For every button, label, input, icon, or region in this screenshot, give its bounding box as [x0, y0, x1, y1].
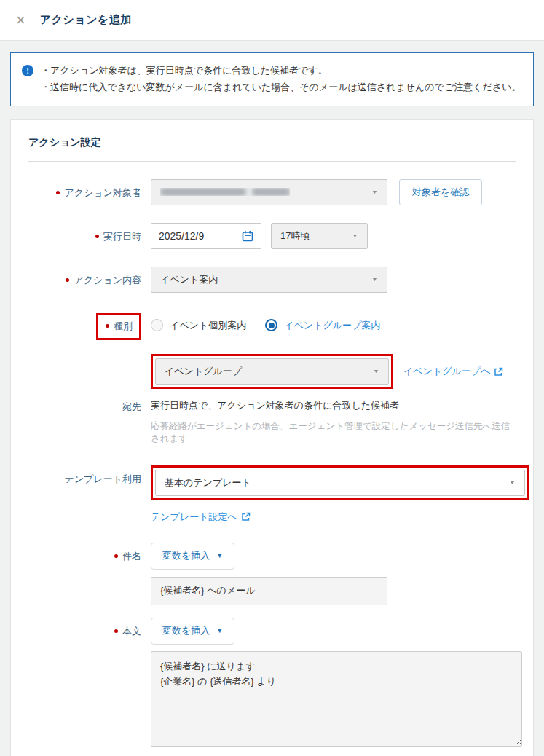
modal-title: アクションを追加 — [40, 13, 132, 27]
chevron-down-icon: ▼ — [352, 233, 358, 239]
type-radio-group: イベント個別案内 イベントグループ案内 — [151, 312, 516, 332]
time-value: 17時頃 — [280, 229, 310, 243]
notice-line: ・アクション対象者は、実行日時点で条件に合致した候補者です。 — [41, 63, 521, 79]
required-dot — [95, 235, 99, 238]
caret-down-icon: ▼ — [216, 552, 223, 559]
recipient-label: 宛先 — [28, 399, 151, 444]
chevron-down-icon: ▼ — [509, 480, 516, 486]
close-icon[interactable]: × — [16, 12, 25, 28]
modal-header: × アクションを追加 — [0, 0, 544, 41]
external-link-icon — [241, 512, 251, 521]
notice-text: ・アクション対象者は、実行日時点で条件に合致した候補者です。 ・送信時に代入でき… — [41, 63, 521, 96]
chevron-down-icon: ▼ — [373, 369, 379, 374]
date-value: 2025/12/9 — [159, 230, 204, 242]
chevron-down-icon: ▼ — [371, 277, 378, 283]
template-settings-link[interactable]: テンプレート設定へ — [151, 511, 251, 524]
external-link-icon — [494, 367, 503, 377]
field-exec-datetime: 実行日時 2025/12/9 17時頃 ▼ — [28, 223, 516, 249]
required-dot — [66, 278, 69, 282]
field-subject: 件名 変数を挿入 ▼ — [28, 543, 516, 605]
panel-title: アクション設定 — [28, 132, 516, 161]
field-recipient: 宛先 実行日時点で、アクション対象者の条件に合致した候補者 応募経路がエージェン… — [28, 399, 516, 444]
info-icon: ! — [22, 65, 33, 76]
field-action-target: アクション対象者 ▼ 対象者を確認 — [28, 179, 516, 205]
caret-down-icon: ▼ — [216, 627, 223, 634]
notice-box: ! ・アクション対象者は、実行日時点で条件に合致した候補者です。 ・送信時に代入… — [10, 52, 534, 106]
action-target-label: アクション対象者 — [28, 179, 151, 205]
exec-datetime-label: 実行日時 — [28, 223, 151, 249]
body-textarea[interactable]: {候補者名} に送ります {企業名} の {送信者名} より — [151, 651, 522, 747]
event-group-annotation: イベントグループ ▼ — [151, 354, 393, 389]
event-group-select[interactable]: イベントグループ ▼ — [155, 358, 389, 385]
radio-off-icon[interactable] — [151, 319, 163, 331]
radio-label: イベントグループ案内 — [284, 319, 380, 332]
template-value: 基本のテンプレート — [165, 476, 251, 489]
event-group-value: イベントグループ — [165, 365, 242, 378]
action-target-select[interactable]: ▼ — [151, 179, 387, 205]
radio-event-group[interactable]: イベントグループ案内 — [265, 319, 380, 332]
recipient-text: 実行日時点で、アクション対象者の条件に合致した候補者 — [151, 399, 516, 412]
field-template: テンプレート利用 基本のテンプレート ▼ — [28, 465, 516, 500]
subject-label: 件名 — [28, 543, 151, 605]
required-dot — [114, 554, 118, 558]
blurred-value — [160, 188, 290, 196]
field-event-group: イベントグループ ▼ イベントグループへ — [28, 354, 516, 389]
date-input[interactable]: 2025/12/9 — [151, 223, 261, 249]
divider — [28, 161, 516, 162]
calendar-icon[interactable] — [242, 230, 253, 242]
required-dot — [106, 324, 109, 328]
radio-event-individual[interactable]: イベント個別案内 — [151, 319, 246, 332]
time-select[interactable]: 17時頃 ▼ — [271, 223, 368, 249]
template-label: テンプレート利用 — [28, 465, 151, 500]
radio-label: イベント個別案内 — [170, 319, 246, 332]
notice-line: ・送信時に代入できない変数がメールに含まれていた場合、そのメールは送信されません… — [41, 79, 521, 96]
template-select[interactable]: 基本のテンプレート ▼ — [155, 470, 525, 496]
template-annotation: 基本のテンプレート ▼ — [151, 465, 529, 500]
chevron-down-icon: ▼ — [371, 189, 378, 195]
confirm-targets-button[interactable]: 対象者を確認 — [399, 179, 482, 205]
subject-insert-variable-button[interactable]: 変数を挿入 ▼ — [151, 543, 234, 570]
type-label-annotation: 種別 — [96, 313, 141, 341]
type-label: 種別 — [114, 320, 133, 331]
action-content-value: イベント案内 — [160, 273, 218, 286]
required-dot — [56, 191, 60, 194]
required-dot — [114, 629, 118, 633]
field-action-content: アクション内容 イベント案内 ▼ — [28, 267, 516, 293]
add-action-modal: × アクションを追加 ! ・アクション対象者は、実行日時点で条件に合致した候補者… — [0, 0, 544, 756]
event-group-link[interactable]: イベントグループへ — [403, 365, 503, 378]
body-insert-variable-button[interactable]: 変数を挿入 ▼ — [151, 618, 234, 645]
action-content-label: アクション内容 — [28, 267, 151, 293]
recipient-note: 応募経路がエージェントの場合、エージェント管理で設定したメッセージ送信先へ送信さ… — [151, 420, 516, 445]
action-content-select[interactable]: イベント案内 ▼ — [151, 267, 387, 293]
field-type: 種別 イベント個別案内 イベントグループ案内 — [28, 312, 516, 341]
subject-input[interactable] — [151, 577, 387, 605]
radio-on-icon[interactable] — [265, 319, 277, 331]
body-label: 本文 — [28, 618, 151, 747]
field-body: 本文 変数を挿入 ▼ {候補者名} に送ります {企業名} の {送信者名} よ… — [28, 618, 516, 747]
action-settings-panel: アクション設定 アクション対象者 ▼ 対象者を確認 実行日時 — [10, 119, 534, 756]
